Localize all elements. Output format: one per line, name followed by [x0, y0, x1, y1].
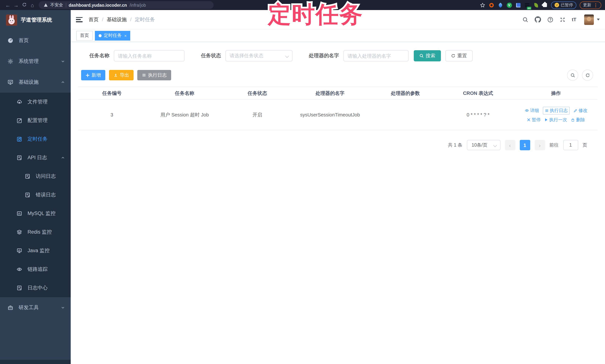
avatar-dropdown-caret-icon[interactable] — [597, 19, 600, 20]
download-icon — [114, 73, 118, 77]
chevron-up-icon — [61, 156, 65, 160]
url-path: /infra/job — [130, 3, 146, 7]
col-actions: 操作 — [514, 87, 598, 100]
address-bar[interactable]: 不安全 dashboard.yudao.iocoder.cn /infra/jo… — [39, 1, 214, 9]
monitor-chart-icon — [7, 79, 13, 85]
sidebar-item-java-monitor[interactable]: Java 监控 — [0, 241, 71, 260]
edit-link[interactable]: 修改 — [573, 107, 588, 114]
tab-home[interactable]: 首页 — [76, 31, 93, 40]
sidebar-item-infrastructure[interactable]: 基础设施 — [0, 72, 71, 93]
col-handler-params: 处理器的参数 — [369, 87, 442, 100]
handler-name-input[interactable] — [343, 50, 408, 61]
sidebar-item-api-logs[interactable]: API 日志 — [0, 148, 71, 167]
col-handler-name: 处理器的名字 — [291, 87, 369, 100]
reload-icon — [22, 2, 26, 7]
on-badge: on — [527, 7, 531, 10]
refresh-table-button[interactable] — [582, 70, 593, 81]
log-document-icon — [25, 173, 30, 179]
extension-drop-icon[interactable] — [498, 2, 503, 8]
sidebar-item-dev-tools[interactable]: 研发工具 — [0, 297, 71, 318]
sidebar-item-redis-monitor[interactable]: Redis 监控 — [0, 223, 71, 241]
logo-image — [6, 14, 17, 26]
extension-green-v-icon[interactable]: V — [506, 2, 512, 8]
sidebar-item-log-center[interactable]: 日志中心 — [0, 279, 71, 297]
log-document-icon — [25, 192, 30, 198]
header-search-icon[interactable] — [522, 16, 528, 23]
jobs-table: 任务编号 任务名称 任务状态 处理器的名字 处理器的参数 CRON 表达式 操作… — [78, 87, 598, 130]
cell-handler-name: sysUserSessionTimeoutJob — [291, 100, 369, 130]
browser-forward-icon[interactable]: → — [12, 2, 20, 8]
sidebar-item-scheduled-tasks[interactable]: 定时任务 — [0, 130, 71, 148]
extension-pixel-icon[interactable] — [515, 2, 521, 8]
breadcrumb-home[interactable]: 首页 — [89, 16, 99, 23]
table-tools — [567, 70, 593, 81]
sidebar: 芋道管理系统 首页 系统管理 基础设施 — [0, 10, 71, 364]
prev-page-button[interactable]: ‹ — [505, 140, 515, 150]
list-lines-icon — [142, 73, 146, 77]
sidebar-item-trace[interactable]: 链路追踪 — [0, 260, 71, 279]
select-chevron-icon — [285, 54, 289, 58]
sidebar-item-system-management[interactable]: 系统管理 — [0, 51, 71, 72]
next-page-button[interactable]: › — [535, 140, 545, 150]
browser-reload-icon[interactable] — [20, 2, 28, 8]
chevron-up-icon — [61, 80, 65, 84]
gear-icon — [7, 58, 13, 64]
paused-profile-pill[interactable]: 已暂停 — [551, 1, 576, 9]
font-size-icon[interactable]: tT — [572, 17, 576, 22]
search-button[interactable]: 搜索 — [414, 50, 441, 61]
sidebar-item-access-logs[interactable]: 访问日志 — [0, 167, 71, 186]
task-name-label: 任务名称 — [89, 52, 109, 59]
layers-icon — [16, 229, 22, 235]
col-job-name: 任务名称 — [146, 87, 224, 100]
sidebar-item-config-management[interactable]: 配置管理 — [0, 111, 71, 130]
green-v-icon: V — [507, 2, 512, 8]
cell-job-id: 3 — [78, 100, 146, 130]
col-job-status: 任务状态 — [224, 87, 291, 100]
sidebar-item-mysql-monitor[interactable]: MySQL 监控 — [0, 204, 71, 223]
browser-menu-kebab-icon[interactable]: ⋮ — [593, 3, 598, 7]
goto-page-input[interactable] — [563, 140, 578, 150]
page-size-select[interactable]: 10条/页 — [467, 140, 500, 150]
bookmark-star-icon[interactable] — [480, 2, 485, 8]
sidebar-item-home[interactable]: 首页 — [0, 30, 71, 51]
avatar[interactable] — [584, 14, 594, 25]
fullscreen-icon[interactable] — [559, 16, 565, 23]
browser-home-icon[interactable]: ⌂ — [28, 2, 37, 8]
sidebar-item-file-management[interactable]: 文件管理 — [0, 93, 71, 111]
timer-icon — [16, 136, 22, 142]
extension-orange-icon[interactable] — [488, 2, 494, 8]
hamburger-icon[interactable] — [76, 17, 83, 22]
add-button[interactable]: 新增 — [81, 70, 105, 80]
search-icon — [570, 73, 575, 78]
browser-back-icon[interactable]: ← — [4, 2, 12, 8]
extensions-puzzle-icon[interactable] — [542, 2, 548, 8]
reset-button[interactable]: 重置 — [445, 50, 473, 61]
help-icon[interactable] — [547, 16, 553, 23]
execution-log-button[interactable]: 执行日志 — [137, 70, 171, 80]
extension-list-icon[interactable]: on — [524, 2, 530, 8]
screen: ← → ⌂ 不安全 dashboard.yudao.iocoder.cn /in… — [0, 0, 605, 364]
delete-link[interactable]: 删除 — [571, 117, 585, 123]
app-logo-row[interactable]: 芋道管理系统 — [0, 10, 71, 30]
update-browser-button[interactable]: 更新 ⋮ — [580, 1, 601, 9]
tab-close-icon[interactable]: × — [124, 33, 127, 38]
export-button[interactable]: 导出 — [109, 70, 133, 80]
row-execution-log-link[interactable]: 执行日志 — [543, 107, 570, 114]
task-status-select[interactable]: 请选择任务状态 — [225, 50, 292, 61]
toggle-search-button[interactable] — [567, 70, 578, 81]
sidebar-item-error-logs[interactable]: 错误日志 — [0, 186, 71, 204]
github-icon[interactable] — [535, 16, 541, 23]
page-content: 任务名称 任务状态 请选择任务状态 处理器的名字 搜索 — [71, 42, 605, 364]
detail-link[interactable]: 详细 — [525, 107, 539, 114]
not-secure-warning-icon — [44, 3, 48, 7]
blue-drop-icon — [498, 2, 503, 8]
extension-leaf-icon[interactable] — [533, 2, 539, 8]
page-number-button[interactable]: 1 — [520, 140, 530, 150]
cloud-upload-icon — [16, 99, 22, 105]
run-once-link[interactable]: 执行一次 — [545, 117, 567, 123]
task-name-input[interactable] — [114, 50, 184, 61]
active-tab-dot-icon — [99, 34, 102, 37]
tab-scheduled-tasks[interactable]: 定时任务 × — [95, 31, 131, 40]
pause-link[interactable]: 暂停 — [527, 117, 541, 123]
breadcrumb-infrastructure[interactable]: 基础设施 — [107, 16, 127, 23]
